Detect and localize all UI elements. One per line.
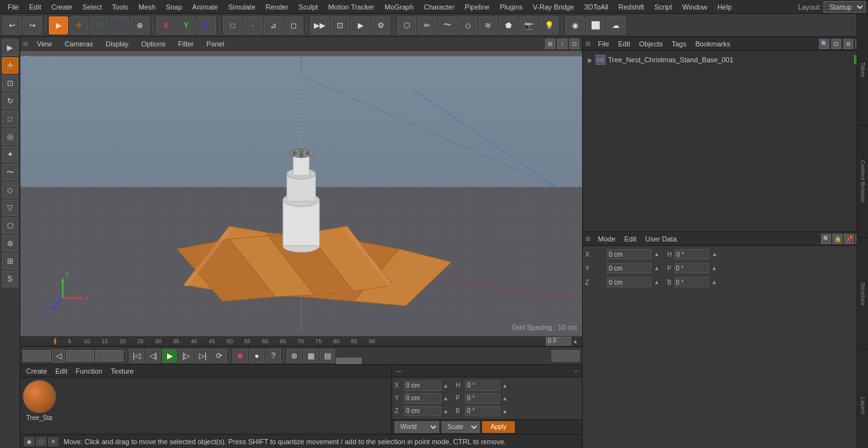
preview-end-input[interactable]: 90 F bbox=[95, 350, 123, 362]
redo-button[interactable]: ↪ bbox=[23, 17, 42, 34]
mat-edit-menu[interactable]: Edit bbox=[52, 367, 71, 376]
material-button[interactable]: ◉ bbox=[566, 17, 585, 34]
left-sculpt-icon[interactable]: ⬡ bbox=[2, 217, 18, 234]
menu-help[interactable]: Help bbox=[712, 2, 737, 12]
coord-x-arrow[interactable]: ▲ bbox=[443, 383, 449, 389]
render-queue-button[interactable]: ▶▶ bbox=[310, 17, 329, 34]
attr-x-up[interactable]: ▲ bbox=[654, 251, 660, 257]
attr-z-input[interactable] bbox=[607, 277, 651, 287]
attr-h-input[interactable] bbox=[674, 249, 709, 259]
vp-menu-cameras[interactable]: Cameras bbox=[61, 39, 97, 48]
menu-character[interactable]: Character bbox=[419, 2, 459, 12]
left-dynamics-icon[interactable]: ⊛ bbox=[2, 235, 18, 252]
scale-dropdown[interactable]: Scale bbox=[442, 421, 480, 433]
light-button[interactable]: 💡 bbox=[539, 17, 559, 34]
attr-edit-menu[interactable]: Edit bbox=[621, 234, 641, 243]
menu-render[interactable]: Render bbox=[261, 2, 294, 12]
vp-menu-display[interactable]: Display bbox=[102, 39, 132, 48]
vp-menu-view[interactable]: View bbox=[33, 39, 56, 48]
transform-button[interactable]: ⊕ bbox=[130, 17, 149, 34]
menu-simulate[interactable]: Simulate bbox=[223, 2, 261, 12]
menu-window[interactable]: Window bbox=[677, 2, 712, 12]
left-snap-icon[interactable]: ⊞ bbox=[2, 253, 18, 269]
attr-h-up[interactable]: ▲ bbox=[712, 251, 717, 257]
mat-texture-menu[interactable]: Texture bbox=[107, 367, 137, 376]
end-frame-input[interactable]: 90 F bbox=[552, 350, 580, 362]
coord-y-input[interactable] bbox=[404, 393, 441, 404]
obj-objects-menu[interactable]: Objects bbox=[635, 39, 667, 48]
attr-pin-icon[interactable]: 📌 bbox=[844, 234, 854, 244]
coord-x-input[interactable] bbox=[404, 381, 441, 391]
obj-tags-menu[interactable]: Tags bbox=[668, 39, 690, 48]
left-spline-icon[interactable]: 〜 bbox=[2, 164, 18, 180]
structure-tab[interactable]: Structure bbox=[857, 238, 868, 350]
coord-y-arrow[interactable]: ▲ bbox=[443, 395, 449, 402]
render-region-button[interactable]: ⊡ bbox=[330, 17, 349, 34]
menu-sculpt[interactable]: Sculpt bbox=[294, 2, 323, 12]
material-swatch[interactable]: Tree_Sta bbox=[23, 380, 56, 431]
vp-maximize-icon[interactable]: ⊡ bbox=[569, 39, 580, 49]
preview-start-input[interactable]: 0 F bbox=[66, 350, 94, 362]
obj-settings-icon[interactable]: ⚙ bbox=[843, 39, 853, 49]
coord-p-input[interactable] bbox=[465, 393, 500, 404]
motion-mix-button[interactable]: ⊕ bbox=[287, 349, 302, 363]
attr-userdata-menu[interactable]: User Data bbox=[642, 234, 681, 243]
left-nurbs-icon[interactable]: ◇ bbox=[2, 182, 18, 198]
menu-tools[interactable]: Tools bbox=[107, 2, 133, 12]
vp-menu-panel[interactable]: Panel bbox=[203, 39, 228, 48]
coord-b-arrow[interactable]: ▲ bbox=[502, 408, 508, 414]
object-mode-button[interactable]: □ bbox=[223, 17, 242, 34]
rotate-tool-button[interactable]: ↻ bbox=[110, 17, 129, 34]
menu-pipeline[interactable]: Pipeline bbox=[459, 2, 494, 12]
step-forward-button[interactable]: |▷ bbox=[179, 349, 194, 363]
cube-button[interactable]: ⬡ bbox=[397, 17, 416, 34]
menu-vray[interactable]: V-Ray Bridge bbox=[528, 2, 580, 12]
object-item-tree[interactable]: ▶ L0 Tree_Nest_Christmas_Stand_Base_001 bbox=[585, 53, 865, 66]
viewport-canvas[interactable]: Perspective bbox=[20, 51, 582, 336]
takes-tab[interactable]: Takes bbox=[857, 37, 868, 126]
select-tool-button[interactable]: ▶ bbox=[49, 17, 68, 34]
status-icon-2[interactable]: □ bbox=[36, 437, 46, 446]
left-move-icon[interactable]: ✛ bbox=[2, 57, 18, 74]
vp-menu-filter[interactable]: Filter bbox=[174, 39, 197, 48]
deformer-button[interactable]: ≋ bbox=[478, 17, 498, 34]
attr-z-up[interactable]: ▲ bbox=[654, 279, 660, 285]
render-settings-button[interactable]: ⚙ bbox=[371, 17, 390, 34]
left-light-icon[interactable]: ✦ bbox=[2, 146, 18, 163]
layers-tab[interactable]: Layers bbox=[857, 350, 868, 448]
attr-y-up[interactable]: ▲ bbox=[654, 265, 660, 271]
timeline-grid-button[interactable]: ▦ bbox=[303, 349, 318, 363]
go-end-button[interactable]: ▷| bbox=[195, 349, 210, 363]
record-key-button[interactable]: ● bbox=[249, 349, 264, 363]
menu-create[interactable]: Create bbox=[46, 2, 78, 12]
record-info-button[interactable]: ? bbox=[266, 349, 281, 363]
coord-h-arrow[interactable]: ▲ bbox=[502, 383, 508, 389]
coord-z-arrow[interactable]: ▲ bbox=[443, 408, 449, 414]
world-dropdown[interactable]: World bbox=[395, 421, 439, 433]
attr-x-input[interactable] bbox=[607, 249, 651, 259]
attr-y-input[interactable] bbox=[607, 263, 651, 273]
x-axis-button[interactable]: X bbox=[156, 17, 175, 34]
arrow-up-frame[interactable]: ▲ bbox=[573, 338, 578, 344]
prev-range-button[interactable]: ◁ bbox=[52, 350, 65, 362]
menu-file[interactable]: File bbox=[3, 2, 24, 12]
attr-mode-menu[interactable]: Mode bbox=[594, 234, 620, 243]
coord-z-input[interactable] bbox=[404, 406, 441, 416]
motion-preview-button[interactable]: ▤ bbox=[320, 349, 335, 363]
coord-b-input[interactable] bbox=[465, 406, 500, 416]
attr-search-icon[interactable]: 🔍 bbox=[821, 234, 831, 244]
menu-snap[interactable]: Snap bbox=[161, 2, 187, 12]
content-browser-tab[interactable]: Content Browser bbox=[857, 126, 868, 238]
close-icon[interactable]: ✕ bbox=[48, 437, 58, 446]
vp-arrow-icon[interactable]: ↕ bbox=[557, 39, 567, 49]
scale-tool-button[interactable]: ⊡ bbox=[90, 17, 109, 34]
menu-motion-tracker[interactable]: Motion Tracker bbox=[323, 2, 379, 12]
menu-edit[interactable]: Edit bbox=[24, 2, 46, 12]
left-scale-icon[interactable]: ⊡ bbox=[2, 75, 18, 92]
attr-b-up[interactable]: ▲ bbox=[712, 279, 717, 285]
point-mode-button[interactable]: · bbox=[243, 17, 262, 34]
mat-function-menu[interactable]: Function bbox=[72, 367, 105, 376]
attr-b-input[interactable] bbox=[674, 277, 709, 287]
menu-redshift[interactable]: Redshift bbox=[613, 2, 649, 12]
floor-button[interactable]: ⬜ bbox=[586, 17, 605, 34]
